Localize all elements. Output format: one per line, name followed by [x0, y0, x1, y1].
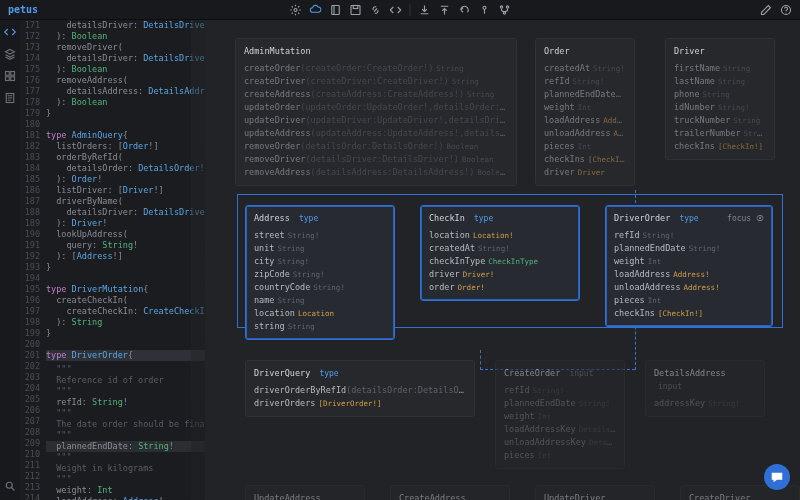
field-row[interactable]: weightInt: [614, 255, 764, 268]
field-row[interactable]: stringString: [254, 320, 386, 333]
download-icon[interactable]: [419, 4, 431, 16]
node-title: UpdateDriver: [544, 493, 605, 500]
field-row[interactable]: weightInt: [504, 410, 616, 423]
node-order[interactable]: Order createdAtString!refIdString!planne…: [535, 38, 635, 186]
node-driver-query[interactable]: DriverQuery type driverOrderByRefId(deta…: [245, 360, 475, 417]
field-row[interactable]: updateDriver(updateDriver:UpdateDriver!,…: [244, 114, 508, 127]
field-row[interactable]: updateAddress(updateAddress:UpdateAddres…: [244, 127, 508, 140]
code-tab-icon[interactable]: [4, 26, 16, 38]
field-row[interactable]: firstNameString: [674, 62, 766, 75]
focus-badge[interactable]: focus ⦿: [727, 212, 764, 225]
field-row[interactable]: unloadAddressAddress!: [614, 281, 764, 294]
field-row[interactable]: weightInt: [544, 101, 626, 114]
node-checkin[interactable]: CheckIn type locationLocation!createdAtS…: [420, 205, 580, 301]
upload-icon[interactable]: [439, 4, 451, 16]
field-row[interactable]: phoneString: [674, 88, 766, 101]
link-icon[interactable]: [370, 4, 382, 16]
field-row[interactable]: createOrder(createOrder:CreateOrder!)Str…: [244, 62, 508, 75]
node-title: CreateOrder: [504, 368, 560, 378]
field-row[interactable]: loadAddressAddress!: [614, 268, 764, 281]
svg-point-5: [500, 5, 502, 7]
field-row[interactable]: refIdString!: [614, 229, 764, 242]
field-row[interactable]: removeOrder(detailsOrder:DetailsOrder!)B…: [244, 140, 508, 153]
brand: petus: [8, 4, 38, 15]
fork-icon[interactable]: [499, 4, 511, 16]
node-address[interactable]: Address type streetString!unitStringcity…: [245, 205, 395, 340]
field-row[interactable]: plannedEndDateString!: [544, 88, 626, 101]
field-row[interactable]: createAddress(createAddress:CreateAddres…: [244, 88, 508, 101]
cloud-icon[interactable]: [310, 4, 322, 16]
node-admin-mutation[interactable]: AdminMutation createOrder(createOrder:Cr…: [235, 38, 517, 186]
node-title: AdminMutation: [244, 46, 311, 56]
field-row[interactable]: plannedEndDateString!: [504, 397, 616, 410]
field-row[interactable]: locationLocation!: [429, 229, 571, 242]
field-row[interactable]: checkIns[CheckIn!]: [674, 140, 766, 153]
field-row[interactable]: nameString: [254, 294, 386, 307]
field-row[interactable]: createDriver(createDriver:CreateDriver!)…: [244, 75, 508, 88]
field-row[interactable]: removeDriver(detailsDriver:DetailsDriver…: [244, 153, 508, 166]
field-row[interactable]: zipCodeString!: [254, 268, 386, 281]
field-row[interactable]: checkIns[CheckIn!]: [614, 307, 764, 320]
save-icon[interactable]: [350, 4, 362, 16]
field-row[interactable]: driverDriver!: [429, 268, 571, 281]
field-row[interactable]: driverDriver: [544, 166, 626, 179]
field-row[interactable]: streetString!: [254, 229, 386, 242]
field-row[interactable]: createdAtString!: [429, 242, 571, 255]
chat-widget[interactable]: [764, 464, 790, 490]
field-row[interactable]: piecesInt: [614, 294, 764, 307]
grid-icon[interactable]: [4, 70, 16, 82]
node-title: DetailsAddress: [654, 368, 726, 378]
field-row[interactable]: trailerNumberString: [674, 127, 766, 140]
field-row[interactable]: truckNumberString: [674, 114, 766, 127]
field-row[interactable]: orderOrder!: [429, 281, 571, 294]
node-tag: type: [474, 214, 493, 223]
toolbar-center: [290, 4, 511, 16]
node-driver[interactable]: Driver firstNameStringlastNameStringphon…: [665, 38, 775, 160]
node-updateaddress[interactable]: UpdateAddress: [245, 485, 365, 500]
field-row[interactable]: loadAddressKeyDetailsAddress!: [504, 423, 616, 436]
node-create-order[interactable]: CreateOrder input refIdString!plannedEnd…: [495, 360, 625, 469]
field-row[interactable]: refIdString!: [544, 75, 626, 88]
node-details-address[interactable]: DetailsAddress input addressKeyString!: [645, 360, 765, 417]
search-icon[interactable]: [4, 480, 16, 492]
node-driver-order[interactable]: DriverOrder type focus ⦿ refIdString!pla…: [605, 205, 773, 327]
field-row[interactable]: refIdString!: [504, 384, 616, 397]
field-row[interactable]: unloadAddressKeyDetailsAddress!: [504, 436, 616, 449]
field-row[interactable]: createdAtString!: [544, 62, 626, 75]
field-row[interactable]: driverOrderByRefId(detailsOrder:DetailsO…: [254, 384, 466, 397]
node-updatedriver[interactable]: UpdateDriver: [535, 485, 655, 500]
field-row[interactable]: unloadAddressAddress!: [544, 127, 626, 140]
field-row[interactable]: cityString!: [254, 255, 386, 268]
layers-icon[interactable]: [4, 48, 16, 60]
field-row[interactable]: countryCodeString!: [254, 281, 386, 294]
field-row[interactable]: removeAddress(detailsAddress:DetailsAddr…: [244, 166, 508, 179]
help-icon[interactable]: [780, 4, 792, 16]
field-row[interactable]: driverOrders[DriverOrder!]: [254, 397, 466, 410]
field-row[interactable]: idNumberString!: [674, 101, 766, 114]
field-row[interactable]: updateOrder(updateOrder:UpdateOrder!,det…: [244, 101, 508, 114]
svg-rect-10: [11, 72, 15, 76]
svg-point-7: [503, 11, 505, 13]
field-row[interactable]: unitString: [254, 242, 386, 255]
node-createaddress[interactable]: CreateAddress: [390, 485, 510, 500]
graph-canvas[interactable]: AdminMutation createOrder(createOrder:Cr…: [205, 20, 800, 500]
field-row[interactable]: piecesInt: [544, 140, 626, 153]
code-icon[interactable]: [390, 4, 402, 16]
field-row[interactable]: loadAddressAddress!: [544, 114, 626, 127]
svg-rect-11: [6, 77, 10, 81]
field-row[interactable]: lastNameString: [674, 75, 766, 88]
edit-icon[interactable]: [760, 4, 772, 16]
pointer-icon[interactable]: [479, 4, 491, 16]
code-editor[interactable]: 1711721731741751761771781791801811821831…: [20, 20, 205, 500]
undo-icon[interactable]: [459, 4, 471, 16]
field-row[interactable]: plannedEndDateString!: [614, 242, 764, 255]
book-icon[interactable]: [330, 4, 342, 16]
field-row[interactable]: locationLocation: [254, 307, 386, 320]
field-row[interactable]: addressKeyString!: [654, 397, 756, 410]
field-row[interactable]: piecesInt: [504, 449, 616, 462]
field-row[interactable]: checkInTypeCheckInType: [429, 255, 571, 268]
gear-icon[interactable]: [290, 4, 302, 16]
doc-icon[interactable]: [4, 92, 16, 104]
field-row[interactable]: checkIns[CheckIn!]: [544, 153, 626, 166]
minimap[interactable]: [191, 20, 205, 500]
